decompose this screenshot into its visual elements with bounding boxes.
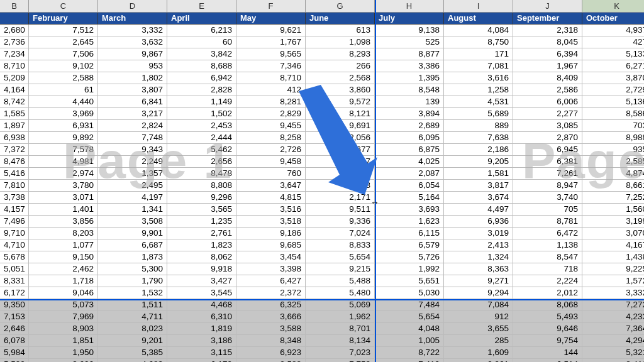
column-letter-J[interactable]: J bbox=[513, 0, 582, 12]
cell[interactable]: 2,689 bbox=[375, 120, 444, 132]
cell[interactable]: 1,149 bbox=[167, 96, 236, 108]
cell[interactable]: 4,468 bbox=[167, 299, 236, 311]
cell[interactable]: 9,646 bbox=[513, 323, 582, 335]
cell[interactable]: 9,294 bbox=[444, 287, 513, 299]
cell[interactable]: 7,023 bbox=[306, 347, 375, 359]
column-letter-K[interactable]: K bbox=[582, 0, 644, 12]
cell[interactable]: 6,115 bbox=[375, 228, 444, 239]
cell[interactable]: 2,568 bbox=[306, 72, 375, 84]
cell[interactable]: 5,136 bbox=[582, 96, 644, 108]
cell[interactable]: 266 bbox=[306, 60, 375, 72]
cell[interactable]: 7,024 bbox=[306, 228, 375, 239]
cell[interactable]: 7,484 bbox=[375, 299, 444, 311]
cell[interactable]: 5,209 bbox=[0, 72, 29, 84]
header-cell-March[interactable]: March bbox=[98, 13, 167, 25]
cell[interactable]: 7,081 bbox=[444, 60, 513, 72]
cell[interactable]: 3,647 bbox=[236, 180, 306, 192]
cell[interactable]: 5,200 bbox=[306, 168, 375, 180]
header-cell-September[interactable]: September bbox=[513, 13, 582, 25]
cell[interactable]: 1,897 bbox=[0, 120, 29, 132]
cell[interactable]: 4,167 bbox=[582, 239, 644, 251]
cell[interactable]: 2,870 bbox=[513, 132, 582, 144]
cell[interactable]: 6,381 bbox=[513, 156, 582, 168]
cell[interactable]: 6,687 bbox=[98, 239, 167, 251]
cell[interactable]: 1,609 bbox=[444, 347, 513, 359]
cell[interactable]: 5,073 bbox=[29, 299, 98, 311]
cell[interactable]: 9,685 bbox=[236, 239, 306, 251]
column-letter-C[interactable]: C bbox=[29, 0, 98, 12]
cell[interactable]: 8,750 bbox=[444, 36, 513, 48]
cell[interactable]: 912 bbox=[444, 311, 513, 323]
cell[interactable]: 139 bbox=[375, 96, 444, 108]
cell[interactable]: 5,678 bbox=[0, 251, 29, 263]
cell[interactable]: 6,394 bbox=[513, 48, 582, 60]
cell[interactable]: 6,179 bbox=[167, 359, 236, 362]
cell[interactable]: 1,005 bbox=[375, 335, 444, 347]
cell[interactable]: 1,718 bbox=[29, 275, 98, 287]
cell[interactable]: 2,413 bbox=[444, 239, 513, 251]
column-letter-E[interactable]: E bbox=[167, 0, 236, 12]
cell[interactable]: 9,572 bbox=[306, 96, 375, 108]
cell[interactable]: 3,332 bbox=[582, 287, 644, 299]
cell[interactable]: 8,688 bbox=[167, 60, 236, 72]
cell[interactable]: 8,947 bbox=[513, 180, 582, 192]
cell[interactable]: 285 bbox=[444, 335, 513, 347]
cell[interactable]: 8,701 bbox=[306, 323, 375, 335]
cell[interactable]: 9,511 bbox=[306, 204, 375, 216]
cell[interactable]: 6,078 bbox=[0, 335, 29, 347]
cell[interactable]: 3,115 bbox=[167, 347, 236, 359]
cell[interactable]: 9,201 bbox=[98, 335, 167, 347]
cell[interactable]: 5,321 bbox=[582, 347, 644, 359]
cell[interactable]: 5,133 bbox=[582, 48, 644, 60]
cell[interactable]: 3,186 bbox=[167, 335, 236, 347]
cell[interactable]: 2,729 bbox=[582, 84, 644, 96]
cell[interactable]: 8,023 bbox=[98, 323, 167, 335]
cell[interactable]: 953 bbox=[98, 60, 167, 72]
header-cell-August[interactable]: August bbox=[444, 13, 513, 25]
header-cell-June[interactable]: June bbox=[306, 13, 375, 25]
cell[interactable]: 5,654 bbox=[375, 311, 444, 323]
cell[interactable]: 4,937 bbox=[582, 25, 644, 36]
cell[interactable]: 3,085 bbox=[513, 120, 582, 132]
cell[interactable]: 2,828 bbox=[167, 84, 236, 96]
cell[interactable]: 7,084 bbox=[444, 299, 513, 311]
cell[interactable]: 1,623 bbox=[375, 216, 444, 228]
column-letter-G[interactable]: G bbox=[306, 0, 375, 12]
cell[interactable]: 2,645 bbox=[29, 36, 98, 48]
cell[interactable]: 1,967 bbox=[513, 60, 582, 72]
cell[interactable]: 3,632 bbox=[98, 36, 167, 48]
cell[interactable]: 9,150 bbox=[29, 251, 98, 263]
cell[interactable]: 9,138 bbox=[375, 25, 444, 36]
cell[interactable]: 3,740 bbox=[513, 192, 582, 204]
cell[interactable]: 1,851 bbox=[29, 335, 98, 347]
column-letter-F[interactable]: F bbox=[236, 0, 306, 12]
cell[interactable]: 8,547 bbox=[513, 251, 582, 263]
cell[interactable]: 7,346 bbox=[236, 60, 306, 72]
cell[interactable]: 3,217 bbox=[98, 108, 167, 120]
cell[interactable]: 8,877 bbox=[375, 48, 444, 60]
cell[interactable]: 8,062 bbox=[167, 251, 236, 263]
cell[interactable]: 7,748 bbox=[98, 132, 167, 144]
cell[interactable]: 5,651 bbox=[375, 275, 444, 287]
cell[interactable]: 8,348 bbox=[236, 335, 306, 347]
cell[interactable]: 5,984 bbox=[0, 347, 29, 359]
cell[interactable]: 2,646 bbox=[0, 323, 29, 335]
cell[interactable]: 889 bbox=[444, 120, 513, 132]
header-cell-July[interactable]: July bbox=[375, 13, 444, 25]
cell[interactable]: 8,068 bbox=[513, 299, 582, 311]
cell[interactable]: 8,121 bbox=[306, 108, 375, 120]
cell[interactable]: 5,051 bbox=[0, 263, 29, 275]
cell[interactable]: 6,172 bbox=[0, 287, 29, 299]
cell[interactable]: 4,157 bbox=[0, 204, 29, 216]
cell[interactable]: 427 bbox=[582, 36, 644, 48]
cell[interactable]: 9,186 bbox=[236, 228, 306, 239]
cell[interactable]: 1,572 bbox=[582, 275, 644, 287]
cell[interactable]: 2,318 bbox=[513, 25, 582, 36]
cell[interactable]: 1,258 bbox=[444, 84, 513, 96]
cell[interactable]: 2,056 bbox=[306, 132, 375, 144]
cell[interactable]: 7,252 bbox=[582, 192, 644, 204]
cell[interactable]: 7,234 bbox=[0, 48, 29, 60]
cell[interactable]: 1,235 bbox=[167, 216, 236, 228]
cell[interactable]: 4,164 bbox=[0, 84, 29, 96]
cell[interactable]: 412 bbox=[236, 84, 306, 96]
